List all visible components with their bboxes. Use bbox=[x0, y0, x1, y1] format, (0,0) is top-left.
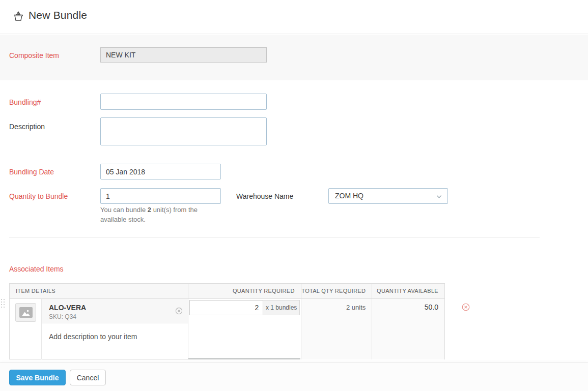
col-total-qty-required: TOTAL QTY REQUIRED bbox=[301, 284, 373, 298]
col-quantity-required: QUANTITY REQUIRED bbox=[188, 284, 301, 298]
bundle-icon bbox=[12, 10, 24, 22]
quantity-to-bundle-label: Quantity to Bundle bbox=[9, 192, 68, 200]
item-quantity-input[interactable] bbox=[189, 300, 263, 315]
table-row: ALO-VERA SKU: Q34 Add description to you… bbox=[10, 299, 444, 359]
description-input[interactable] bbox=[100, 117, 267, 145]
table-horizontal-scrollbar[interactable] bbox=[188, 358, 300, 359]
chevron-down-icon bbox=[436, 193, 442, 200]
bundling-number-label: Bundling# bbox=[9, 98, 41, 106]
bundling-number-input[interactable] bbox=[100, 94, 267, 110]
item-name: ALO-VERA bbox=[49, 304, 86, 312]
total-qty-required-cell: 2 units bbox=[301, 299, 373, 359]
clear-item-icon[interactable] bbox=[175, 307, 183, 315]
quantity-hint-value: 2 bbox=[148, 206, 151, 214]
item-image-placeholder[interactable] bbox=[15, 303, 36, 322]
quantity-required-cell: x 1 bundles bbox=[188, 299, 301, 359]
row-drag-handle[interactable] bbox=[1, 299, 6, 308]
page-header: New Bundle bbox=[0, 0, 588, 34]
col-quantity-available: QUANTITY AVAILABLE bbox=[372, 284, 444, 298]
quantity-hint: You can bundle 2 unit(s) from the availa… bbox=[100, 205, 200, 224]
footer-bar: Save Bundle Cancel bbox=[0, 363, 588, 391]
bundling-date-label: Bundling Date bbox=[9, 168, 54, 176]
warehouse-selected-value: ZOM HQ bbox=[335, 192, 363, 200]
description-label: Description bbox=[9, 123, 45, 131]
associated-items-table: ITEM DETAILS QUANTITY REQUIRED TOTAL QTY… bbox=[9, 283, 445, 359]
section-divider bbox=[9, 237, 540, 238]
quantity-available-value: 50.0 bbox=[425, 303, 438, 311]
item-details-cell: ALO-VERA SKU: Q34 Add description to you… bbox=[10, 299, 188, 359]
associated-items-title: Associated Items bbox=[9, 265, 64, 273]
new-bundle-page: New Bundle Composite Item NEW KIT Bundli… bbox=[0, 0, 588, 391]
cancel-button[interactable]: Cancel bbox=[70, 370, 106, 385]
bundle-multiplier: x 1 bundles bbox=[263, 300, 300, 315]
image-icon bbox=[19, 307, 33, 318]
warehouse-select[interactable]: ZOM HQ bbox=[328, 188, 448, 204]
table-header-row: ITEM DETAILS QUANTITY REQUIRED TOTAL QTY… bbox=[10, 284, 444, 299]
item-name-cell: ALO-VERA SKU: Q34 Add description to you… bbox=[42, 299, 188, 359]
composite-item-section: Composite Item NEW KIT bbox=[0, 35, 588, 80]
page-title: New Bundle bbox=[29, 9, 87, 21]
warehouse-name-label: Warehouse Name bbox=[236, 192, 293, 200]
bundling-date-input[interactable] bbox=[100, 164, 221, 179]
total-qty-value: 2 units bbox=[346, 304, 366, 311]
composite-item-label: Composite Item bbox=[9, 51, 59, 59]
quantity-hint-text: You can bundle bbox=[100, 206, 148, 214]
item-image-cell bbox=[10, 299, 42, 359]
quantity-to-bundle-input[interactable] bbox=[100, 188, 221, 204]
col-item-details: ITEM DETAILS bbox=[10, 284, 188, 298]
quantity-group: x 1 bundles bbox=[189, 300, 300, 315]
composite-item-value: NEW KIT bbox=[100, 47, 267, 63]
save-bundle-button[interactable]: Save Bundle bbox=[9, 370, 66, 385]
item-sku: SKU: Q34 bbox=[49, 313, 76, 320]
quantity-available-cell: 50.0 bbox=[372, 299, 444, 359]
delete-row-icon[interactable] bbox=[461, 303, 470, 312]
item-description-placeholder[interactable]: Add description to your item bbox=[49, 333, 137, 341]
